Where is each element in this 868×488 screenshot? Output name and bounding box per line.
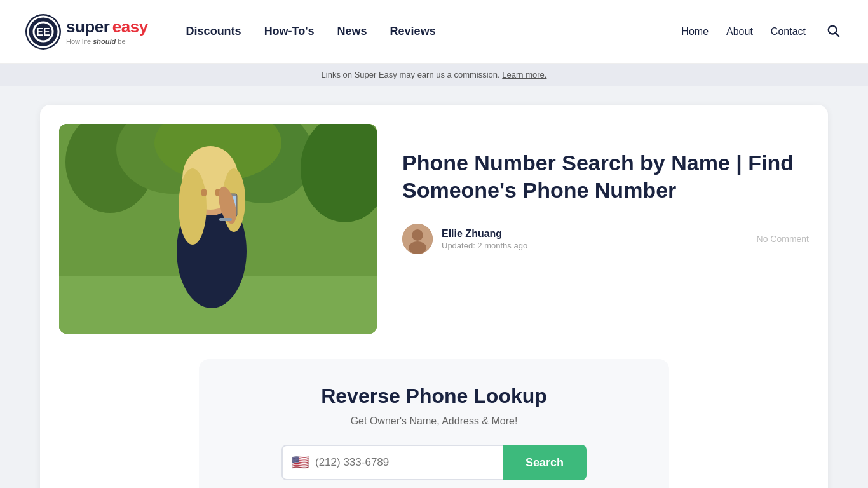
nav-main: Discounts How-To's News Reviews xyxy=(186,25,682,38)
author-name: Ellie Zhuang xyxy=(442,228,527,240)
search-button[interactable]: Search xyxy=(503,445,587,480)
commission-link[interactable]: Learn more. xyxy=(502,70,546,79)
author-updated: Updated: 2 months ago xyxy=(442,241,527,250)
avatar xyxy=(402,224,433,254)
header: EE super easy How life should be Discoun… xyxy=(0,0,868,64)
article-meta: Phone Number Search by Name | Find Someo… xyxy=(402,124,809,254)
lookup-section: Reverse Phone Lookup Get Owner's Name, A… xyxy=(199,359,669,488)
nav-howtos[interactable]: How-To's xyxy=(264,25,315,38)
nav-right: Home About Contact xyxy=(681,21,843,42)
logo-icon: EE xyxy=(25,14,61,50)
lookup-subtitle: Get Owner's Name, Address & More! xyxy=(218,416,650,427)
svg-line-5 xyxy=(836,33,839,36)
logo-link[interactable]: EE super easy How life should be xyxy=(25,14,148,50)
lookup-form: 🇺🇸 Search xyxy=(281,445,587,480)
article-header: Phone Number Search by Name | Find Someo… xyxy=(59,124,809,334)
phone-input-wrapper: 🇺🇸 xyxy=(281,445,503,480)
author-left: Ellie Zhuang Updated: 2 months ago xyxy=(402,224,527,254)
search-icon xyxy=(826,24,840,37)
article-card: Phone Number Search by Name | Find Someo… xyxy=(40,105,828,488)
phone-input[interactable] xyxy=(315,446,494,479)
nav-about[interactable]: About xyxy=(726,26,753,37)
commission-text: Links on Super Easy may earn us a commis… xyxy=(322,70,503,79)
nav-contact[interactable]: Contact xyxy=(771,26,806,37)
svg-text:EE: EE xyxy=(36,27,50,37)
avatar-image xyxy=(402,224,433,254)
svg-point-25 xyxy=(412,229,423,241)
article-illustration xyxy=(59,124,377,334)
nav-reviews[interactable]: Reviews xyxy=(390,25,436,38)
svg-rect-23 xyxy=(219,218,232,221)
nav-news[interactable]: News xyxy=(337,25,367,38)
svg-point-18 xyxy=(201,189,207,196)
flag-icon: 🇺🇸 xyxy=(292,454,309,471)
article-image xyxy=(59,124,377,334)
svg-point-26 xyxy=(409,241,426,254)
commission-bar: Links on Super Easy may earn us a commis… xyxy=(0,64,868,86)
nav-discounts[interactable]: Discounts xyxy=(186,25,241,38)
logo-easy: easy xyxy=(112,17,148,36)
logo-tagline: How life should be xyxy=(66,37,148,45)
nav-home[interactable]: Home xyxy=(681,26,709,37)
author-info: Ellie Zhuang Updated: 2 months ago xyxy=(442,228,527,250)
svg-point-16 xyxy=(179,168,207,245)
main-content: Phone Number Search by Name | Find Someo… xyxy=(21,105,847,488)
author-section: Ellie Zhuang Updated: 2 months ago No Co… xyxy=(402,224,809,254)
no-comment: No Comment xyxy=(757,234,809,244)
logo-super: super xyxy=(66,17,109,36)
logo-text: super easy How life should be xyxy=(66,18,148,45)
article-title: Phone Number Search by Name | Find Someo… xyxy=(402,149,809,203)
lookup-title: Reverse Phone Lookup xyxy=(218,384,650,408)
header-search-button[interactable] xyxy=(824,21,843,42)
